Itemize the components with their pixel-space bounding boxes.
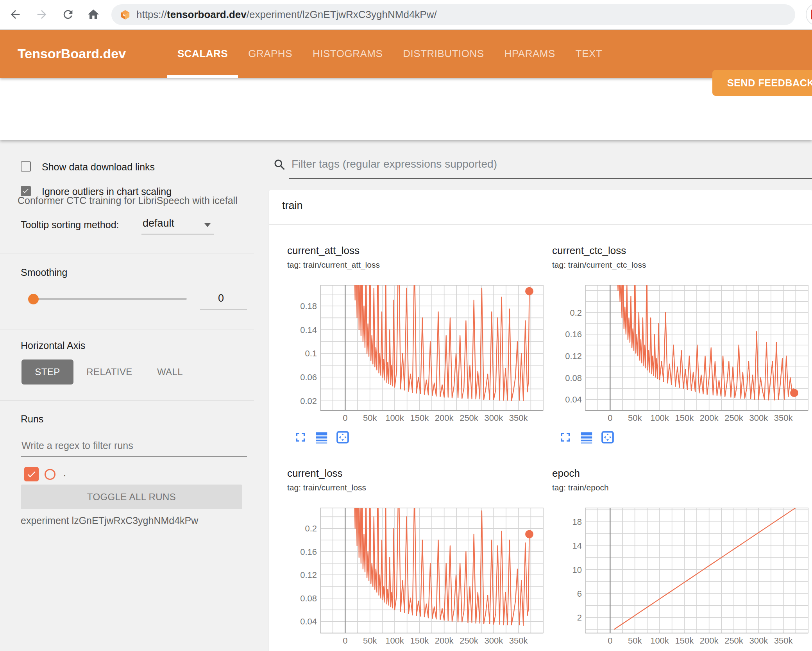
tab-distributions[interactable]: DISTRIBUTIONS	[393, 29, 494, 78]
back-icon[interactable]	[9, 8, 22, 21]
fit-domain-icon[interactable]	[335, 430, 350, 445]
svg-text:0.06: 0.06	[300, 372, 317, 382]
chart-card-current-loss: current_loss tag: train/current_loss 050…	[287, 461, 547, 651]
experiment-title-bar: Conformer CTC training for LibriSpeech w…	[0, 78, 812, 140]
chart-tag: tag: train/current_loss	[287, 483, 366, 492]
runs-label: Runs	[21, 413, 43, 425]
svg-text:0.1: 0.1	[305, 349, 317, 358]
tooltip-sort-select[interactable]: default	[143, 217, 174, 229]
send-feedback-button[interactable]: SEND FEEDBACK	[712, 70, 812, 96]
toggle-all-runs-button[interactable]: TOGGLE ALL RUNS	[21, 485, 242, 509]
chart-tag: tag: train/current_ctc_loss	[552, 260, 646, 270]
svg-text:200k: 200k	[700, 636, 719, 646]
svg-text:0.16: 0.16	[565, 329, 582, 339]
line-weight-icon[interactable]	[314, 430, 329, 445]
svg-text:350k: 350k	[774, 636, 793, 646]
tab-scalars[interactable]: SCALARS	[167, 29, 238, 78]
filter-tags-input[interactable]: Filter tags (regular expressions support…	[292, 158, 497, 170]
svg-text:50k: 50k	[363, 636, 377, 646]
svg-text:100k: 100k	[650, 636, 669, 646]
svg-text:100k: 100k	[385, 413, 404, 423]
tab-hparams[interactable]: HPARAMS	[494, 29, 565, 78]
home-icon[interactable]	[87, 8, 100, 21]
svg-text:0: 0	[343, 636, 347, 646]
svg-text:250k: 250k	[724, 636, 744, 646]
svg-text:50k: 50k	[363, 413, 377, 423]
svg-text:250k: 250k	[460, 636, 479, 646]
forward-icon[interactable]	[35, 8, 48, 21]
tensorboard-favicon	[120, 9, 131, 20]
smoothing-value-input[interactable]: 0	[218, 292, 224, 304]
smoothing-slider-thumb[interactable]	[28, 294, 39, 304]
fullscreen-icon[interactable]	[293, 430, 308, 445]
run-name: .	[63, 467, 66, 479]
horizontal-axis-label: Horizontal Axis	[21, 340, 85, 351]
line-chart[interactable]: 050k100k150k200k250k300k350k0.040.080.12…	[552, 283, 810, 426]
svg-text:200k: 200k	[700, 413, 719, 423]
brand-logo[interactable]: TensorBoard.dev	[18, 29, 126, 78]
svg-text:50k: 50k	[628, 636, 642, 646]
svg-text:0.02: 0.02	[300, 396, 317, 406]
tab-text[interactable]: TEXT	[565, 29, 612, 78]
reload-icon[interactable]	[61, 8, 75, 21]
app-header: TensorBoard.dev SCALARS GRAPHS HISTOGRAM…	[0, 29, 812, 78]
svg-text:0.2: 0.2	[305, 524, 317, 533]
filter-input-underline	[289, 178, 812, 179]
svg-text:0.16: 0.16	[300, 547, 317, 557]
nav-tabs: SCALARS GRAPHS HISTOGRAMS DISTRIBUTIONS …	[167, 29, 612, 78]
svg-text:18: 18	[572, 517, 582, 527]
svg-text:50k: 50k	[628, 413, 642, 423]
svg-text:350k: 350k	[509, 636, 528, 646]
tab-histograms[interactable]: HISTOGRAMS	[302, 29, 393, 78]
chart-tag: tag: train/epoch	[552, 483, 609, 492]
axis-step-button[interactable]: STEP	[21, 359, 73, 385]
smoothing-label: Smoothing	[21, 267, 68, 278]
run-checkbox[interactable]	[24, 467, 39, 481]
chart-actions	[293, 430, 350, 445]
svg-text:0.08: 0.08	[300, 594, 317, 603]
url-bar[interactable]: https://tensorboard.dev/experiment/lzGnE…	[111, 4, 795, 25]
axis-relative-button[interactable]: RELATIVE	[82, 359, 137, 385]
tab-graphs[interactable]: GRAPHS	[238, 29, 302, 78]
fullscreen-icon[interactable]	[558, 430, 573, 445]
section-divider	[269, 224, 812, 225]
section-title[interactable]: train	[282, 200, 303, 212]
svg-text:0.12: 0.12	[565, 351, 582, 361]
svg-text:150k: 150k	[675, 636, 694, 646]
svg-text:0.14: 0.14	[300, 325, 317, 335]
checkbox-label: Show data download links	[42, 161, 155, 173]
svg-text:0: 0	[608, 413, 612, 423]
chart-title: current_att_loss	[287, 245, 359, 257]
svg-text:14: 14	[572, 541, 582, 551]
svg-text:0.18: 0.18	[300, 301, 317, 311]
fit-domain-icon[interactable]	[600, 430, 615, 445]
svg-text:100k: 100k	[650, 413, 669, 423]
line-chart[interactable]: 050k100k150k200k250k300k350k0.020.060.10…	[287, 283, 545, 426]
svg-text:300k: 300k	[484, 636, 503, 646]
browser-chrome: https://tensorboard.dev/experiment/lzGnE…	[0, 0, 812, 30]
svg-text:0.12: 0.12	[300, 570, 317, 580]
chart-title: current_loss	[287, 467, 343, 479]
smoothing-slider[interactable]	[33, 298, 187, 300]
profile-avatar[interactable]	[806, 3, 812, 26]
line-chart[interactable]: 050k100k150k200k250k300k350k26101418	[552, 506, 810, 649]
svg-text:150k: 150k	[675, 413, 694, 423]
svg-text:350k: 350k	[509, 413, 528, 423]
svg-text:0: 0	[608, 636, 612, 646]
chart-title: epoch	[552, 467, 580, 479]
runs-filter-input[interactable]: Write a regex to filter runs	[21, 440, 133, 451]
search-icon	[273, 158, 287, 172]
chevron-down-icon[interactable]	[204, 223, 211, 227]
svg-text:10: 10	[572, 565, 582, 575]
chart-card-current-att-loss: current_att_loss tag: train/current_att_…	[287, 238, 547, 457]
show-download-links-checkbox[interactable]	[21, 161, 31, 172]
svg-text:300k: 300k	[749, 413, 768, 423]
svg-text:0.2: 0.2	[570, 308, 582, 318]
axis-wall-button[interactable]: WALL	[148, 359, 191, 385]
tooltip-sort-label: Tooltip sorting method:	[21, 219, 119, 231]
chart-title: current_ctc_loss	[552, 245, 626, 257]
chart-card-epoch: epoch tag: train/epoch 050k100k150k200k2…	[552, 461, 812, 651]
experiment-id: experiment lzGnETjwRxC3yghNMd4kPw	[21, 515, 198, 526]
line-chart[interactable]: 050k100k150k200k250k300k350k0.040.080.12…	[287, 506, 545, 649]
line-weight-icon[interactable]	[579, 430, 594, 445]
